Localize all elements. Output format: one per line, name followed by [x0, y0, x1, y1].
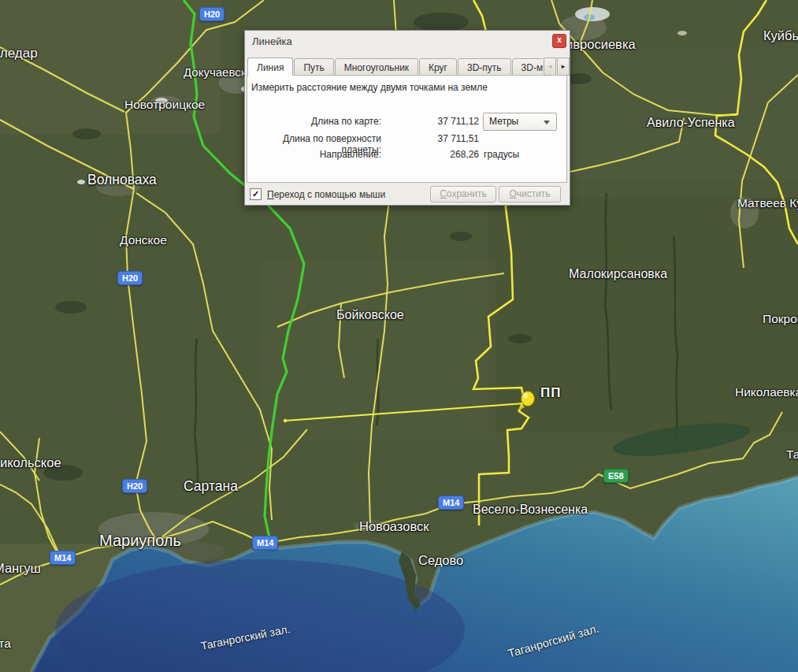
- tab-strip: ЛинияПутьМногоугольникКруг3D-путь3D-мног…: [247, 58, 568, 76]
- place-label: Сартана: [184, 479, 238, 494]
- place-label: Бойковское: [336, 308, 404, 322]
- place-label: Весело-Вознесенка: [473, 503, 588, 517]
- heading-value: 268,26: [387, 149, 479, 160]
- dialog-title[interactable]: Линейка: [252, 35, 292, 47]
- place-label: Малокирсановка: [569, 267, 667, 281]
- tab-Линия[interactable]: Линия: [247, 58, 293, 76]
- close-button[interactable]: x: [552, 34, 566, 48]
- tab-scroll-arrows: ◂ ▸: [543, 58, 570, 76]
- tab-scroll-left-icon[interactable]: ◂: [544, 58, 556, 76]
- clear-button[interactable]: Очистить: [499, 186, 561, 202]
- mouse-nav-option: ✓ Переход с помощью мыши: [250, 188, 385, 200]
- road-badge-M14: M14: [50, 551, 76, 565]
- place-label: Авило-Успенка: [647, 116, 735, 130]
- place-label: Угледар: [0, 46, 38, 61]
- mouse-nav-mnemonic: П: [267, 189, 274, 200]
- place-label: Куйбышево: [763, 28, 798, 43]
- place-label: Седово: [418, 553, 463, 567]
- road-badge-H20: H20: [117, 271, 143, 285]
- terrain-patch: [551, 47, 798, 181]
- tab-3D-путь[interactable]: 3D-путь: [458, 58, 511, 76]
- measurement-endpoint[interactable]: [284, 419, 287, 422]
- place-label: Таганрог: [786, 447, 798, 461]
- map-length-label: Длина по карте:: [245, 116, 381, 127]
- map-length-value: 37 711,12: [387, 116, 479, 127]
- mouse-nav-label[interactable]: Переход с помощью мыши: [267, 189, 385, 200]
- place-label: Мариуполь: [99, 532, 181, 549]
- unit-dropdown-value: Метры: [489, 116, 518, 127]
- road-badge-H20: H20: [122, 479, 147, 493]
- heading-unit: градусы: [484, 149, 519, 160]
- mouse-nav-rest: ереход с помощью мыши: [274, 189, 385, 200]
- place-label: ПП: [540, 386, 561, 401]
- save-button[interactable]: Сохранить: [430, 186, 496, 202]
- clear-mnemonic: О: [509, 188, 516, 199]
- tab-Многоугольник[interactable]: Многоугольник: [335, 58, 418, 76]
- save-mnemonic: С: [440, 188, 447, 199]
- unit-dropdown[interactable]: Метры: [483, 113, 557, 131]
- road-badge-E58: E58: [603, 469, 629, 483]
- place-label: Новоазовск: [359, 519, 429, 533]
- place-label: Новотроицкое: [124, 98, 205, 111]
- place-label: Волноваха: [87, 173, 157, 187]
- place-label: Мангуш: [0, 561, 41, 575]
- ground-length-value: 37 711,51: [387, 133, 479, 144]
- place-label: Николаевка: [735, 385, 798, 399]
- road-badge-M14: M14: [252, 536, 278, 550]
- tab-scroll-right-icon[interactable]: ▸: [557, 58, 570, 76]
- road-badge-H20: H20: [199, 7, 225, 21]
- place-label: Ялта: [0, 637, 11, 650]
- ruler-dialog: Линейка x ЛинияПутьМногоугольникКруг3D-п…: [244, 30, 570, 206]
- save-rest: охранить: [447, 188, 487, 199]
- screen: УгледарДокучаевскНовотроицкоеВолновахаДо…: [0, 0, 798, 672]
- clear-rest: чистить: [517, 188, 551, 199]
- place-label: Никольское: [0, 455, 61, 470]
- tab-Путь[interactable]: Путь: [294, 58, 333, 76]
- place-label: Донское: [120, 233, 167, 247]
- road-badge-M14: M14: [438, 496, 464, 510]
- instruction-text: Измерить расстояние между двумя точками …: [251, 82, 488, 93]
- tab-Круг[interactable]: Круг: [419, 58, 457, 76]
- heading-label: Направление:: [245, 149, 381, 160]
- mouse-nav-checkbox[interactable]: ✓: [250, 188, 262, 200]
- place-label: Покровское: [763, 312, 798, 325]
- place-label: Докучаевск: [184, 66, 246, 80]
- place-label: Матвеев Курган: [737, 196, 798, 210]
- close-icon: x: [557, 35, 562, 44]
- chevron-down-icon: [544, 121, 550, 124]
